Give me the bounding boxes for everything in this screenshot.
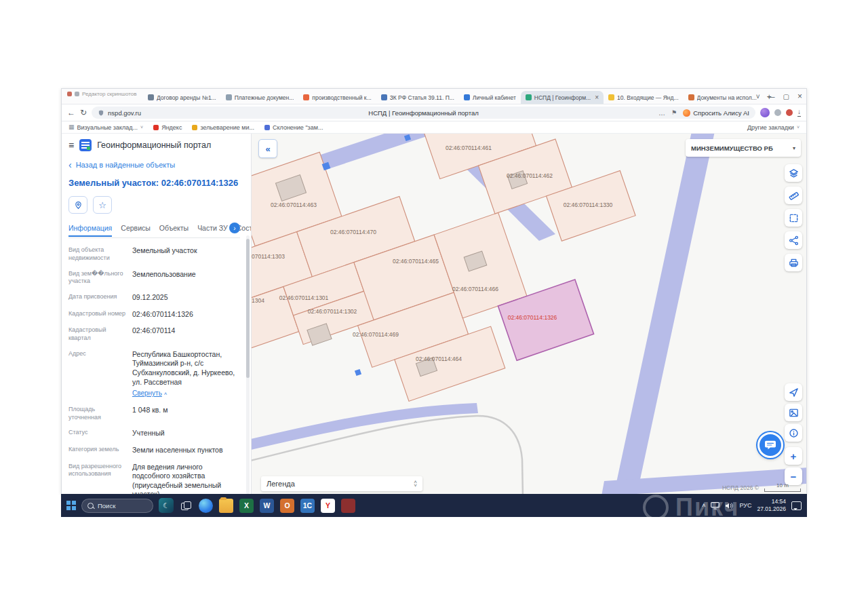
bookmark-flag-icon[interactable]: ⚑	[671, 109, 677, 116]
bookmarks-bar: ▦Визуальные заклад...˅Яндексзельеварение…	[62, 121, 806, 134]
info-field-row: Вид разрешенного использованияДля ведени…	[68, 463, 240, 497]
profile-avatar[interactable]	[760, 108, 770, 117]
app-1c-icon[interactable]: 1С	[300, 499, 315, 513]
browser-tab[interactable]: 10. Входящие — Янд...	[604, 91, 684, 104]
excel-icon[interactable]: X	[239, 499, 254, 513]
collapse-address-link[interactable]: Свернуть˄	[132, 389, 167, 398]
field-value: 1 048 кв. м	[132, 406, 167, 421]
object-title: Земельный участок: 02:46:070114:1326	[68, 178, 240, 189]
minimize-icon[interactable]: —	[768, 93, 775, 100]
info-fields: Вид объекта недвижимостиЗемельный участо…	[68, 246, 240, 497]
info-field-row: СтатусУчтенный	[68, 429, 240, 438]
app-red-icon[interactable]	[341, 499, 355, 513]
parcel-label: 02:46:070114:465	[393, 258, 439, 265]
address-bar[interactable]: nspd.gov.ru НСПД | Геоинформационный пор…	[92, 107, 755, 119]
share-tool-button[interactable]	[785, 231, 802, 249]
browser-tab[interactable]: Личный кабинет	[459, 91, 521, 104]
browser-tab[interactable]: Договор аренды №1...	[143, 91, 221, 104]
chat-support-button[interactable]	[757, 432, 783, 458]
bookmark-label: Визуальные заклад...	[77, 124, 138, 131]
print-tool-button[interactable]	[785, 254, 802, 271]
notification-center-icon[interactable]	[791, 501, 802, 510]
region-selector-label: МИНЗЕМИМУЩЕСТВО РБ	[691, 145, 773, 152]
field-value: 02:46:070114:1326	[132, 310, 193, 320]
hidden-icons-chevron[interactable]: ˄	[702, 502, 705, 509]
editor-icon	[75, 92, 79, 96]
downloads-icon[interactable]: ↓	[797, 109, 801, 117]
parcel-label: 070114:1303	[252, 253, 285, 260]
show-on-map-button[interactable]	[68, 196, 87, 214]
tab-favicon-icon	[688, 94, 694, 100]
browser-tab[interactable]: производственный к...	[298, 91, 376, 104]
tab-search-icon[interactable]: ˅	[756, 93, 760, 100]
tab-label: производственный к...	[312, 94, 371, 101]
legend-bar[interactable]: Легенда ˄˅	[261, 476, 422, 491]
task-view-icon[interactable]	[181, 501, 191, 510]
area-select-tool-button[interactable]	[785, 209, 802, 227]
bookmark-item[interactable]: зельеварение ми...	[192, 124, 254, 131]
field-value: Землепользование	[132, 270, 196, 286]
extension-icon[interactable]	[774, 109, 781, 116]
region-selector-dropdown[interactable]: МИНЗЕМИМУЩЕСТВО РБ ▾	[686, 139, 801, 157]
ask-alice-button[interactable]: Спросить Алису AI	[683, 109, 749, 117]
browser-window: Редактор скриншотов Договор аренды №1...…	[61, 88, 807, 494]
speaker-icon[interactable]	[725, 502, 734, 510]
maximize-icon[interactable]: ▢	[783, 93, 789, 100]
system-tray: ˄ РУС 14:54 27.01.2026	[702, 498, 802, 512]
bookmark-item[interactable]: ▦Визуальные заклад...˅	[68, 124, 143, 131]
taskbar-search[interactable]: Поиск	[81, 499, 153, 513]
display-icon[interactable]	[711, 502, 719, 510]
menu-icon[interactable]: ≡	[68, 140, 74, 151]
collapse-panel-button[interactable]: «	[258, 139, 277, 158]
bookmark-item[interactable]: Склонение "зам...	[264, 124, 323, 131]
start-button[interactable]	[66, 501, 76, 510]
locate-tool-button[interactable]	[785, 383, 802, 401]
tab-Части ЗУ[interactable]: Части ЗУ	[197, 224, 228, 232]
layers-tool-button[interactable]	[785, 164, 802, 182]
field-value: Земли населенных пунктов	[132, 446, 223, 455]
other-bookmarks-button[interactable]: Другие закладки ˅	[747, 124, 800, 131]
back-icon[interactable]: ←	[67, 109, 75, 117]
tab-favicon-icon	[148, 94, 154, 100]
taskbar-apps: XWO1СY	[199, 499, 355, 513]
language-indicator[interactable]: РУС	[739, 502, 751, 509]
info-tool-button[interactable]	[785, 424, 802, 442]
ruler-tool-button[interactable]	[785, 187, 802, 204]
tab-Объекты[interactable]: Объекты	[159, 224, 189, 232]
legend-toggle-icon[interactable]: ˄˅	[414, 480, 417, 487]
chevron-down-icon: ▾	[793, 145, 795, 151]
bookmark-item[interactable]: Яндекс	[153, 124, 182, 131]
map-pin-icon	[74, 201, 83, 210]
basemap-tool-button[interactable]	[785, 404, 802, 421]
bookmark-favicon-icon	[264, 125, 270, 130]
tab-Информация[interactable]: Информация	[68, 224, 112, 232]
widgets-icon[interactable]: ☾	[159, 498, 174, 513]
bookmark-label: Склонение "зам...	[273, 124, 323, 131]
file-explorer-icon[interactable]	[219, 499, 233, 513]
portal-header: ≡ Геоинформационный портал	[68, 139, 240, 151]
yandex-browser-icon[interactable]: Y	[321, 499, 335, 513]
panel-scrollbar-thumb[interactable]	[246, 239, 250, 378]
browser-tab[interactable]: Платежные докумен...	[221, 91, 299, 104]
info-field-row: АдресРеспублика Башкортостан, Туймазинск…	[68, 350, 240, 398]
taskbar-clock[interactable]: 14:54 27.01.2026	[757, 498, 786, 512]
close-icon[interactable]: ×	[797, 92, 802, 101]
field-label: Дата присвоения	[68, 293, 127, 303]
refresh-icon[interactable]: ↻	[80, 109, 87, 117]
favorite-button[interactable]: ☆	[93, 196, 112, 214]
tab-close-icon[interactable]: ×	[595, 94, 599, 101]
edge-browser-icon[interactable]	[199, 499, 213, 513]
extension-icon[interactable]	[786, 109, 793, 116]
browser-tab[interactable]: НСПД | Геоинформ...×	[521, 91, 604, 104]
browser-tab[interactable]: Документы на испол...	[684, 91, 762, 104]
browser-tab[interactable]: ЗК РФ Статья 39.11. П...	[376, 91, 459, 104]
tab-Сервисы[interactable]: Сервисы	[121, 224, 151, 232]
zoom-in-button[interactable]: +	[785, 447, 802, 465]
map-canvas[interactable]: 02:46:070114:46102:46:070114:46202:46:07…	[252, 134, 806, 497]
word-icon[interactable]: W	[260, 499, 274, 513]
more-icon[interactable]: …	[658, 109, 665, 117]
back-to-results-link[interactable]: ‹ Назад в найденные объекты	[68, 160, 240, 170]
tab-label: ЗК РФ Статья 39.11. П...	[390, 94, 454, 101]
tab-favicon-icon	[526, 94, 532, 100]
outlook-icon[interactable]: O	[280, 499, 294, 513]
